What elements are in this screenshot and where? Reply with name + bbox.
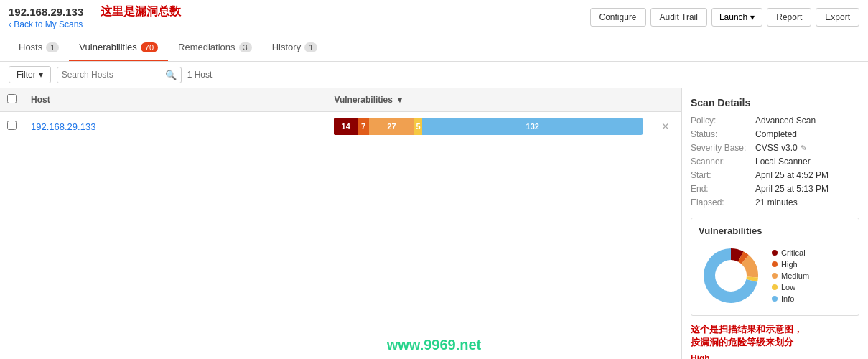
tab-vulnerabilities-label: Vulnerabilities xyxy=(79,42,136,52)
edit-icon[interactable]: ✎ xyxy=(801,144,807,153)
legend-dot xyxy=(772,296,778,302)
legend-item: Medium xyxy=(772,271,809,280)
vuln-section: Vulnerabilities CriticalHighMediumLowInf… xyxy=(691,218,859,316)
legend-label: Medium xyxy=(781,271,809,280)
legend-label: High xyxy=(781,260,798,269)
legend-dot xyxy=(772,261,778,267)
tab-history[interactable]: History 1 xyxy=(262,34,328,61)
detail-label: Status: xyxy=(691,129,755,139)
vulnerabilities-column-header[interactable]: Vulnerabilities ▼ xyxy=(327,88,650,112)
vuln-segment: 27 xyxy=(369,118,414,135)
detail-row: Policy:Advanced Scan xyxy=(691,116,859,126)
search-input[interactable] xyxy=(62,70,162,80)
host-column-header: Host xyxy=(24,88,327,112)
annotation-scan-result: 这个是扫描结果和示意图，按漏洞的危险等级来划分 xyxy=(691,323,859,349)
top-bar: 192.168.29.133 这里是漏洞总数 ‹ Back to My Scan… xyxy=(0,0,868,34)
table-area: Host Vulnerabilities ▼ 192.168.29.133147… xyxy=(0,88,681,359)
vuln-segment: 14 xyxy=(334,118,358,135)
vuln-bar: 147275132 xyxy=(334,118,643,135)
tab-hosts[interactable]: Hosts 1 xyxy=(9,34,69,61)
filter-button[interactable]: Filter ▾ xyxy=(9,66,51,83)
tab-hosts-badge: 1 xyxy=(46,42,59,52)
page-title: 192.168.29.133 xyxy=(9,6,83,18)
detail-label: Policy: xyxy=(691,116,755,126)
tab-hosts-label: Hosts xyxy=(19,42,42,52)
legend-dot xyxy=(772,284,778,290)
detail-row: Status:Completed xyxy=(691,129,859,139)
hosts-table: Host Vulnerabilities ▼ 192.168.29.133147… xyxy=(0,88,681,141)
detail-label: Severity Base: xyxy=(691,143,755,153)
detail-value: Advanced Scan xyxy=(755,116,816,126)
host-cell[interactable]: 192.168.29.133 xyxy=(24,112,327,141)
detail-value: Local Scanner xyxy=(755,157,811,167)
detail-value: 21 minutes xyxy=(755,197,798,208)
select-all-checkbox[interactable] xyxy=(7,94,17,103)
top-bar-right: Configure Audit Trail Launch ▾ Report Ex… xyxy=(590,8,859,27)
detail-row: Start:April 25 at 4:52 PM xyxy=(691,170,859,180)
chart-area: CriticalHighMediumLowInfo xyxy=(699,243,851,308)
detail-value: CVSS v3.0✎ xyxy=(755,143,807,153)
back-link[interactable]: ‹ Back to My Scans xyxy=(9,19,181,29)
sort-icon: ▼ xyxy=(396,95,404,105)
legend-label: Info xyxy=(781,294,794,303)
host-count: 1 Host xyxy=(187,70,213,80)
detail-label: Elapsed: xyxy=(691,197,755,208)
detail-value: Completed xyxy=(755,129,797,139)
tab-history-badge: 1 xyxy=(304,42,317,52)
donut-chart xyxy=(699,243,763,308)
annotation-vuln-total: 这里是漏洞总数 xyxy=(101,4,181,19)
launch-label: Launch xyxy=(719,12,747,22)
legend-dot xyxy=(772,250,778,256)
row-checkbox-cell xyxy=(0,112,24,141)
legend-label: Low xyxy=(781,283,795,292)
legend-dot xyxy=(772,273,778,279)
table-row: 192.168.29.133147275132✕ xyxy=(0,112,681,141)
audit-trail-button[interactable]: Audit Trail xyxy=(650,8,707,27)
filter-label: Filter xyxy=(17,70,36,80)
detail-row: End:April 25 at 5:13 PM xyxy=(691,184,859,194)
legend-item: Info xyxy=(772,294,809,303)
legend-item: Critical xyxy=(772,248,809,257)
search-icon: 🔍 xyxy=(165,70,177,80)
detail-row: Severity Base:CVSS v3.0✎ xyxy=(691,143,859,153)
search-box: 🔍 xyxy=(57,67,182,83)
detail-value: April 25 at 4:52 PM xyxy=(755,170,829,180)
tab-history-label: History xyxy=(272,42,301,52)
detail-row: Elapsed:21 minutes xyxy=(691,197,859,208)
launch-button[interactable]: Launch ▾ xyxy=(711,8,762,27)
legend-item: Low xyxy=(772,283,809,292)
vuln-segment: 132 xyxy=(422,118,643,135)
vuln-section-title: Vulnerabilities xyxy=(699,225,851,236)
row-checkbox[interactable] xyxy=(7,121,17,130)
tab-remediations-badge: 3 xyxy=(239,42,252,52)
svg-point-0 xyxy=(715,260,747,292)
action-column-header xyxy=(650,88,681,112)
tab-vulnerabilities-badge: 70 xyxy=(141,42,158,52)
detail-value: April 25 at 5:13 PM xyxy=(755,184,829,194)
tab-remediations[interactable]: Remediations 3 xyxy=(168,34,262,61)
annotation-high: High xyxy=(691,353,859,359)
vuln-segment: 5 xyxy=(414,118,423,135)
toolbar: Filter ▾ 🔍 1 Host xyxy=(0,62,868,88)
export-button[interactable]: Export xyxy=(816,8,859,27)
tabs-bar: Hosts 1 Vulnerabilities 70 Remediations … xyxy=(0,34,868,62)
vuln-segment: 7 xyxy=(358,118,369,135)
close-button[interactable]: ✕ xyxy=(657,119,674,134)
chevron-down-icon: ▾ xyxy=(39,70,43,80)
chevron-down-icon: ▾ xyxy=(750,12,755,22)
top-bar-left: 192.168.29.133 这里是漏洞总数 ‹ Back to My Scan… xyxy=(9,4,181,29)
configure-button[interactable]: Configure xyxy=(590,8,646,27)
tab-remediations-label: Remediations xyxy=(178,42,235,52)
legend: CriticalHighMediumLowInfo xyxy=(772,248,809,303)
legend-item: High xyxy=(772,260,809,269)
close-cell: ✕ xyxy=(650,112,681,141)
vuln-bar-cell: 147275132 xyxy=(327,112,650,141)
legend-label: Critical xyxy=(781,248,806,257)
main-content: Host Vulnerabilities ▼ 192.168.29.133147… xyxy=(0,88,868,359)
report-button[interactable]: Report xyxy=(767,8,811,27)
detail-label: Scanner: xyxy=(691,157,755,167)
select-all-header xyxy=(0,88,24,112)
tab-vulnerabilities[interactable]: Vulnerabilities 70 xyxy=(69,34,168,61)
detail-label: End: xyxy=(691,184,755,194)
scan-details-title: Scan Details xyxy=(691,97,859,108)
